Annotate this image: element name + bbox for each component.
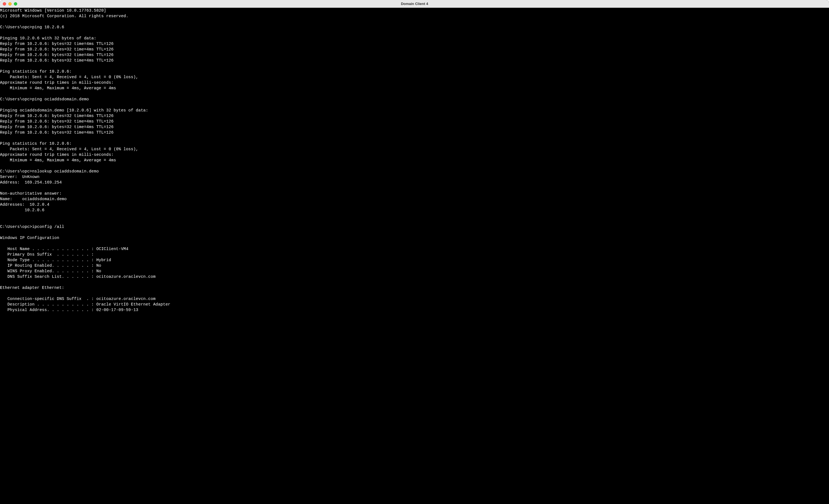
- app-window: Domain Client 4 Microsoft Windows [Versi…: [0, 0, 829, 504]
- titlebar[interactable]: Domain Client 4: [0, 0, 829, 8]
- terminal-output[interactable]: Microsoft Windows [Version 10.0.17763.58…: [0, 8, 829, 504]
- maximize-icon[interactable]: [14, 2, 17, 5]
- close-icon[interactable]: [3, 2, 6, 5]
- window-title: Domain Client 4: [0, 2, 829, 6]
- minimize-icon[interactable]: [8, 2, 12, 5]
- traffic-lights: [3, 2, 17, 5]
